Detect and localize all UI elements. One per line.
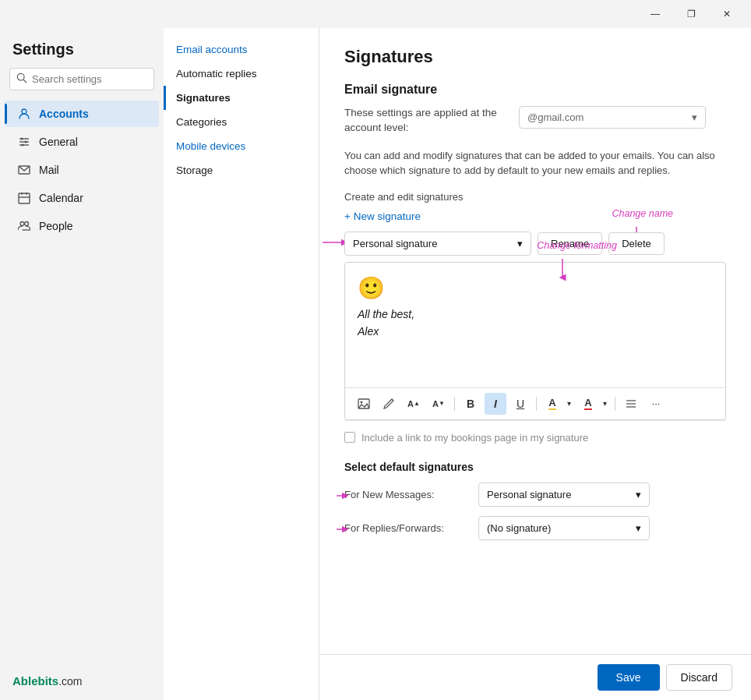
replies-row-wrapper: For Replies/Forwards: (No signature) ▾: [344, 516, 726, 540]
person-icon: [17, 107, 31, 121]
svg-point-6: [25, 141, 27, 143]
sig-dropdown-chevron: ▾: [517, 238, 523, 249]
content-scroll: Signatures Email signature These setting…: [319, 28, 751, 654]
email-signature-section-title: Email signature: [344, 83, 726, 97]
toolbar-sep-2: [536, 397, 537, 411]
maximize-button[interactable]: ❐: [673, 2, 709, 27]
signature-editor[interactable]: 🙂 All the best, Alex: [344, 262, 726, 420]
search-box[interactable]: [9, 68, 154, 90]
toolbar-sep-1: [454, 397, 455, 411]
svg-point-15: [25, 222, 29, 226]
middle-nav-signatures[interactable]: Signatures: [164, 86, 319, 110]
create-edit-label: Create and edit signatures: [344, 191, 726, 203]
default-sigs-title: Select default signatures: [344, 461, 726, 473]
bookings-label: Include a link to my bookings page in my…: [361, 432, 588, 444]
svg-point-21: [361, 401, 363, 403]
account-level-row: These settings are applied at the accoun…: [344, 106, 726, 136]
sidebar-item-people[interactable]: People: [5, 213, 159, 239]
ablebits-domain: .com: [58, 675, 82, 688]
toolbar-font-size-up-button[interactable]: A▲: [403, 393, 425, 415]
middle-nav-automatic-replies[interactable]: Automatic replies: [164, 62, 319, 86]
signature-dropdown-value: Personal signature: [353, 238, 437, 249]
replies-dropdown-value: (No signature): [487, 522, 551, 534]
sidebar-item-people-label: People: [39, 220, 73, 232]
middle-nav-categories[interactable]: Categories: [164, 110, 319, 134]
account-dropdown[interactable]: @gmail.com ▾: [519, 106, 706, 129]
toolbar-bold-button[interactable]: B: [460, 393, 481, 415]
svg-point-2: [22, 109, 26, 114]
main-window: Settings Accounts: [0, 28, 751, 700]
info-text: You can add and modify signatures that c…: [344, 148, 726, 179]
middle-panel: Email accounts Automatic replies Signatu…: [164, 28, 319, 700]
account-level-text: These settings are applied at the accoun…: [344, 106, 500, 136]
page-title: Signatures: [344, 47, 726, 67]
sidebar-item-calendar-label: Calendar: [39, 192, 83, 204]
toolbar-image-button[interactable]: [353, 393, 375, 415]
sig-editor-container: Change formatting 🙂 All the best, Alex: [344, 262, 726, 420]
toolbar-sep-3: [615, 397, 615, 411]
envelope-icon: [17, 163, 31, 177]
new-messages-dropdown[interactable]: Personal signature ▾: [478, 483, 650, 507]
middle-nav-email-accounts[interactable]: Email accounts: [164, 37, 319, 62]
svg-point-14: [20, 222, 24, 226]
bookings-checkbox[interactable]: [344, 432, 355, 443]
sig-text-line1: All the best,: [358, 306, 713, 323]
svg-line-1: [23, 80, 26, 83]
middle-nav-storage[interactable]: Storage: [164, 158, 319, 182]
toolbar-color-dropdown[interactable]: ▾: [599, 393, 610, 415]
search-input[interactable]: [32, 73, 147, 85]
sig-editor-content: 🙂 All the best, Alex: [345, 263, 725, 387]
calendar-icon: [17, 191, 31, 205]
new-messages-dropdown-value: Personal signature: [487, 489, 571, 500]
titlebar: — ❐ ✕: [0, 0, 751, 28]
toolbar-underline-button[interactable]: U: [509, 393, 531, 415]
middle-nav-mobile-devices[interactable]: Mobile devices: [164, 134, 319, 158]
sig-emoji: 🙂: [358, 275, 713, 301]
sig-toolbar: A▲ A▼ B I U A: [345, 387, 725, 419]
minimize-button[interactable]: —: [637, 2, 673, 27]
new-messages-label: For New Messages:: [344, 489, 469, 500]
sidebar-item-mail[interactable]: Mail: [5, 157, 159, 183]
replies-row: For Replies/Forwards: (No signature) ▾: [344, 516, 726, 540]
toolbar-italic-button[interactable]: I: [485, 393, 506, 415]
replies-label: For Replies/Forwards:: [344, 522, 469, 534]
toolbar-more-button[interactable]: ···: [645, 393, 667, 415]
toolbar-highlight-group: A ▾: [541, 393, 574, 415]
close-button[interactable]: ✕: [709, 2, 745, 27]
account-dropdown-value: @gmail.com: [527, 111, 584, 123]
sidebar-item-accounts-label: Accounts: [39, 108, 89, 120]
svg-point-8: [22, 144, 24, 147]
change-name-annotation: Change name: [612, 208, 673, 219]
toolbar-highlight-button[interactable]: A: [541, 393, 563, 415]
replies-dropdown[interactable]: (No signature) ▾: [478, 516, 650, 540]
toolbar-pen-button[interactable]: [378, 393, 400, 415]
discard-button[interactable]: Discard: [666, 664, 732, 691]
sidebar-item-accounts[interactable]: Accounts: [5, 101, 159, 127]
people-icon: [17, 219, 31, 233]
toolbar-font-size-down-button[interactable]: A▼: [428, 393, 450, 415]
signature-dropdown[interactable]: Personal signature ▾: [344, 232, 531, 256]
svg-rect-10: [19, 193, 30, 203]
toolbar-highlight-dropdown[interactable]: ▾: [563, 393, 574, 415]
sig-text-line2: Alex: [358, 323, 713, 340]
sidebar-item-general-label: General: [39, 136, 78, 148]
sidebar-item-mail-label: Mail: [39, 164, 59, 176]
chevron-down-icon: ▾: [692, 111, 697, 123]
search-icon: [16, 72, 27, 86]
change-formatting-annotation: Change formatting: [537, 240, 617, 251]
sidebar: Settings Accounts: [0, 28, 164, 700]
new-messages-row-wrapper: Set as default For New Messages: Persona…: [344, 483, 726, 507]
new-messages-row: For New Messages: Personal signature ▾: [344, 483, 726, 507]
new-messages-chevron: ▾: [636, 489, 641, 500]
save-button[interactable]: Save: [598, 664, 660, 691]
content-panel: Signatures Email signature These setting…: [319, 28, 751, 700]
svg-point-4: [21, 138, 23, 140]
bookings-row: Include a link to my bookings page in my…: [344, 420, 726, 454]
sig-selector-area: Choose signature Change name Personal si…: [344, 232, 726, 256]
sidebar-item-calendar[interactable]: Calendar: [5, 185, 159, 211]
toolbar-color-group: A ▾: [577, 393, 610, 415]
toolbar-font-color-button[interactable]: A: [577, 393, 599, 415]
sliders-icon: [17, 135, 31, 149]
toolbar-list-button[interactable]: [620, 393, 642, 415]
sidebar-item-general[interactable]: General: [5, 129, 159, 155]
